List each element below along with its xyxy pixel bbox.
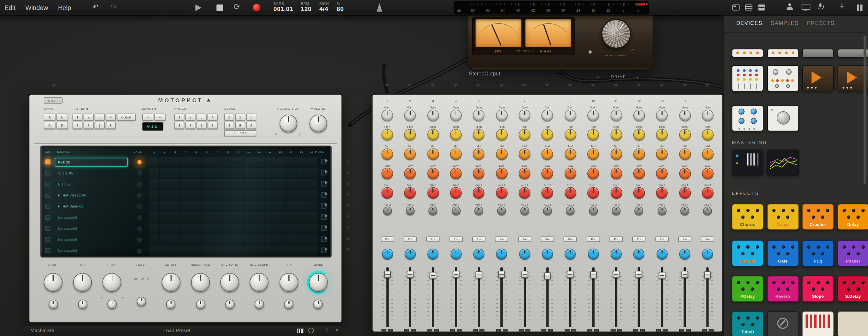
low-knob[interactable] xyxy=(496,168,507,179)
pre-button[interactable]: Pre xyxy=(610,236,623,242)
effect-tile-flanger[interactable]: Flanger xyxy=(732,240,763,266)
channel-fader[interactable] xyxy=(656,267,668,327)
channel-fader[interactable] xyxy=(702,267,714,327)
fader-handle[interactable] xyxy=(613,271,620,278)
rows-icon[interactable] xyxy=(758,4,765,11)
window-icon[interactable] xyxy=(733,4,740,11)
pan-knob[interactable] xyxy=(611,249,622,259)
aux1-knob[interactable] xyxy=(633,187,645,199)
aux1-knob[interactable] xyxy=(656,187,668,199)
gain-knob[interactable] xyxy=(473,110,485,121)
pre-button[interactable]: Pre xyxy=(541,236,554,242)
play-button[interactable] xyxy=(195,4,202,11)
device-thumbnail-spectrum-dark[interactable] xyxy=(767,150,798,176)
high-knob[interactable] xyxy=(519,129,530,141)
pre-button[interactable]: Pre xyxy=(426,236,439,242)
pre-button[interactable]: Pre xyxy=(701,236,714,242)
tab-samples[interactable]: SAMPLES xyxy=(771,20,799,26)
mod-amount-knob[interactable] xyxy=(78,299,87,309)
aux2-knob[interactable] xyxy=(474,207,483,215)
mid-knob[interactable] xyxy=(542,148,553,160)
mid-knob[interactable] xyxy=(427,148,439,160)
low-knob[interactable] xyxy=(679,168,691,179)
cutoff-knob[interactable] xyxy=(161,273,180,292)
keyboard-icon[interactable] xyxy=(297,328,304,333)
low-knob[interactable] xyxy=(519,168,530,179)
aux2-knob[interactable] xyxy=(497,207,506,215)
pan-knob[interactable] xyxy=(588,249,599,259)
high-knob[interactable] xyxy=(473,129,485,141)
fader-handle[interactable] xyxy=(475,271,482,278)
aux2-knob[interactable] xyxy=(520,207,529,215)
filter-option-hp[interactable]: HP xyxy=(145,277,149,280)
aux2-knob[interactable] xyxy=(680,207,689,215)
mid-knob[interactable] xyxy=(450,148,462,160)
mod-amount-knob[interactable] xyxy=(255,299,264,309)
high-knob[interactable] xyxy=(496,129,507,141)
metronome-icon[interactable] xyxy=(376,3,383,12)
channel-fader[interactable] xyxy=(381,267,394,327)
undo-icon[interactable]: ↶ xyxy=(93,3,99,11)
pre-button[interactable]: Pre xyxy=(655,236,669,242)
tab-presets[interactable]: PRESETS xyxy=(807,20,835,26)
loop-icon[interactable]: ⟳ xyxy=(234,2,240,11)
scrollbar-thumb[interactable] xyxy=(864,35,866,184)
pan-knob[interactable] xyxy=(451,249,462,259)
aux2-knob[interactable] xyxy=(634,207,643,215)
menu-edit[interactable]: Edit xyxy=(4,4,16,11)
close-button[interactable]: × xyxy=(336,327,339,333)
env-ratio-knob[interactable] xyxy=(220,273,239,292)
mid-knob[interactable] xyxy=(381,148,393,160)
mid-knob[interactable] xyxy=(679,148,691,160)
aux1-knob[interactable] xyxy=(564,187,576,199)
gain-knob[interactable] xyxy=(587,110,599,121)
pre-button[interactable]: Pre xyxy=(518,236,531,242)
record-button[interactable] xyxy=(253,4,260,11)
aux1-knob[interactable] xyxy=(610,187,622,199)
pan-knob[interactable] xyxy=(565,249,576,259)
aux2-knob[interactable] xyxy=(703,207,712,215)
mid-knob[interactable] xyxy=(656,148,668,160)
fader-handle[interactable] xyxy=(704,271,711,278)
mod-amount-knob[interactable] xyxy=(166,299,176,309)
mic-icon[interactable] xyxy=(817,3,823,10)
fader-handle[interactable] xyxy=(659,272,665,279)
gain-knob[interactable] xyxy=(519,110,530,121)
start-knob[interactable] xyxy=(44,273,62,292)
mid-knob[interactable] xyxy=(610,148,622,160)
aux2-knob[interactable] xyxy=(429,207,437,215)
mod-amount-knob[interactable] xyxy=(49,299,58,309)
gain-knob[interactable] xyxy=(450,110,462,121)
pre-button[interactable]: Pre xyxy=(404,236,417,242)
filter-option-off[interactable]: OFF xyxy=(134,277,139,280)
low-knob[interactable] xyxy=(427,168,439,179)
low-knob[interactable] xyxy=(450,168,462,179)
device-thumbnail-cut-knobs[interactable] xyxy=(732,49,763,58)
aux2-knob[interactable] xyxy=(589,207,597,215)
device-thumbnail-knobs-mini[interactable] xyxy=(767,65,798,91)
aux1-knob[interactable] xyxy=(587,187,599,199)
fader-handle[interactable] xyxy=(682,271,688,278)
channel-fader[interactable] xyxy=(427,267,439,327)
mid-knob[interactable] xyxy=(633,148,645,160)
transport-field-bpm[interactable]: BPM120 xyxy=(301,2,312,12)
high-knob[interactable] xyxy=(587,129,599,141)
tab-devices[interactable]: DEVICES xyxy=(736,20,763,26)
effect-tile-matrix[interactable] xyxy=(802,311,834,336)
panel-toggle-icon[interactable] xyxy=(857,4,864,11)
low-knob[interactable] xyxy=(656,168,668,179)
aux1-knob[interactable] xyxy=(519,187,530,199)
add-button[interactable]: + xyxy=(839,1,845,12)
high-knob[interactable] xyxy=(381,129,393,141)
transport-field-percent[interactable]: %60 xyxy=(337,2,344,12)
mid-knob[interactable] xyxy=(702,148,714,160)
effect-tile-logo[interactable] xyxy=(767,311,798,336)
gain-knob[interactable] xyxy=(404,110,416,121)
menu-help[interactable]: Help xyxy=(58,4,71,11)
low-knob[interactable] xyxy=(542,168,553,179)
mod-amount-knob[interactable] xyxy=(284,299,293,309)
pre-button[interactable]: Pre xyxy=(472,236,486,242)
mid-knob[interactable] xyxy=(564,148,576,160)
gain-knob[interactable] xyxy=(656,110,668,121)
gain-knob[interactable] xyxy=(679,110,691,121)
